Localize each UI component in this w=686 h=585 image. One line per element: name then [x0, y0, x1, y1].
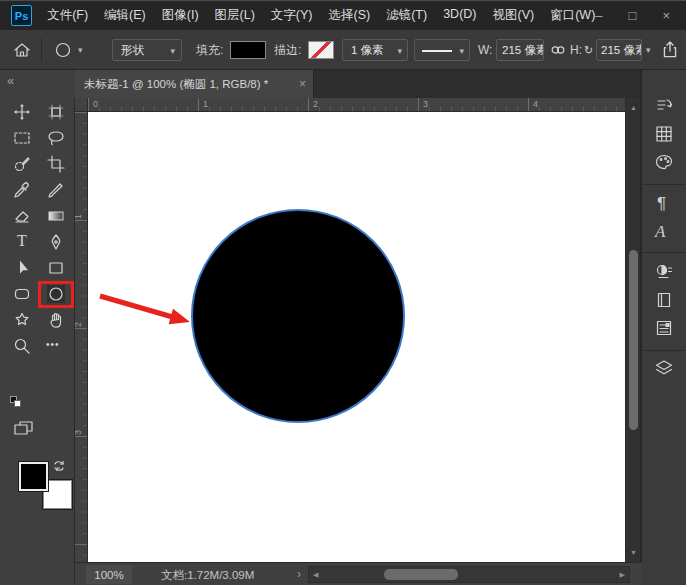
ruler-label: 3: [74, 430, 83, 435]
solid-line-icon: [422, 50, 452, 52]
pen-tool-button[interactable]: [47, 233, 65, 251]
stroke-no-color-swatch[interactable]: [308, 41, 334, 59]
tool-preset-dropdown-icon[interactable]: ▾: [78, 46, 83, 55]
edit-toolbar-icon[interactable]: •••: [46, 339, 60, 350]
history-panel-button[interactable]: [654, 96, 674, 116]
foreground-color-swatch[interactable]: [19, 462, 48, 491]
menu-type[interactable]: 文字(Y): [271, 7, 313, 24]
fill-color-swatch[interactable]: [230, 41, 266, 59]
libraries-panel-button[interactable]: [654, 290, 674, 310]
horizontal-scrollbar[interactable]: ◀ ▶: [308, 566, 630, 583]
menu-items: 文件(F) 编辑(E) 图像(I) 图层(L) 文字(Y) 选择(S) 滤镜(T…: [47, 7, 595, 24]
scroll-left-icon[interactable]: ◀: [313, 571, 318, 578]
share-icon[interactable]: [660, 40, 680, 60]
document-tab[interactable]: 未标题-1 @ 100% (椭圆 1, RGB/8) * ×: [75, 70, 314, 98]
pen-icon: [47, 233, 65, 251]
vertical-scrollbar[interactable]: ▲ ▼: [625, 98, 640, 562]
artboard-tool-button[interactable]: [47, 103, 65, 121]
document-canvas[interactable]: [88, 112, 625, 562]
lasso-tool-button[interactable]: [47, 129, 65, 147]
eyedropper-tool-button[interactable]: [13, 181, 31, 199]
tool-mode-dropdown[interactable]: 形状 ▾: [112, 39, 182, 61]
tab-bar: « 未标题-1 @ 100% (椭圆 1, RGB/8) * × «: [0, 70, 686, 98]
stroke-style-dropdown[interactable]: ▾: [414, 39, 470, 61]
scroll-up-icon[interactable]: ▲: [630, 104, 637, 111]
right-panel-dock: ¶ A: [642, 70, 686, 585]
crop-icon: [47, 155, 65, 173]
properties-panel-button[interactable]: [654, 318, 674, 338]
menu-select[interactable]: 选择(S): [329, 7, 371, 24]
stroke-width-dropdown[interactable]: 1 像素 ▾: [342, 39, 408, 61]
adjustments-panel-button[interactable]: [654, 262, 674, 282]
lasso-icon: [47, 129, 65, 147]
gradient-icon: [47, 207, 65, 225]
move-tool-button[interactable]: [13, 103, 31, 121]
ruler-label: 2: [74, 322, 83, 327]
paragraph-panel-button[interactable]: ¶: [657, 194, 666, 214]
gradient-tool-button[interactable]: [47, 207, 65, 225]
crop-tool-button[interactable]: [47, 155, 65, 173]
zoom-level-field[interactable]: 100%: [86, 565, 132, 584]
width-value: 215 像素: [502, 43, 544, 58]
menu-file[interactable]: 文件(F): [47, 7, 88, 24]
swap-colors-icon[interactable]: [52, 458, 68, 474]
chevron-down-icon: ▾: [170, 47, 175, 56]
width-input[interactable]: 215 像素: [496, 39, 544, 61]
rectangle-icon: [47, 259, 65, 277]
height-label: H:: [570, 43, 582, 57]
libraries-icon: [654, 290, 674, 310]
ruler-label: 0: [93, 100, 98, 109]
rectangular-marquee-tool-button[interactable]: [13, 129, 31, 147]
type-tool-button[interactable]: T: [17, 232, 27, 250]
menu-layer[interactable]: 图层(L): [215, 7, 255, 24]
color-panel-button[interactable]: [654, 152, 674, 172]
default-colors-icon[interactable]: [10, 396, 22, 408]
rectangle-tool-button[interactable]: [47, 259, 65, 277]
link-dimensions-icon[interactable]: [549, 41, 567, 59]
swatches-panel-button[interactable]: [654, 124, 674, 144]
custom-shape-tool-button[interactable]: [13, 311, 31, 329]
tools-panel: T: [0, 98, 75, 585]
zoom-tool-button[interactable]: [13, 337, 31, 355]
minimize-button[interactable]: –: [595, 9, 602, 22]
chevron-down-icon[interactable]: ▾: [646, 46, 651, 55]
document-tab-title: 未标题-1 @ 100% (椭圆 1, RGB/8) *: [84, 78, 268, 90]
height-input[interactable]: 215 像素: [596, 39, 642, 61]
artboard-icon: [47, 103, 65, 121]
maximize-button[interactable]: □: [629, 9, 637, 22]
menu-image[interactable]: 图像(I): [162, 7, 199, 24]
menu-edit[interactable]: 编辑(E): [104, 7, 146, 24]
hand-tool-button[interactable]: [47, 311, 65, 329]
scroll-right-icon[interactable]: ▶: [620, 571, 625, 578]
document-tab-strip: 未标题-1 @ 100% (椭圆 1, RGB/8) * ×: [75, 70, 642, 98]
status-expand-icon[interactable]: ›: [297, 567, 301, 581]
collapse-tools-icon[interactable]: «: [7, 74, 14, 87]
selection-arrow-icon: [13, 259, 31, 277]
menu-filter[interactable]: 滤镜(T): [386, 7, 427, 24]
quick-selection-tool-button[interactable]: [13, 155, 31, 173]
tool-options-bar: ▾ 形状 ▾ 填充: 描边: 1 像素 ▾ ▾ W: 215 像素 H: ↻ 2…: [0, 30, 686, 70]
menu-view[interactable]: 视图(V): [493, 7, 535, 24]
horizontal-scrollbar-thumb[interactable]: [384, 569, 458, 580]
hand-icon: [47, 311, 65, 329]
ellipse-tool-preview-icon[interactable]: [54, 41, 72, 59]
vertical-scrollbar-thumb[interactable]: [629, 250, 638, 430]
home-icon[interactable]: [13, 41, 31, 59]
black-ellipse-shape[interactable]: [191, 209, 405, 423]
glyphs-panel-button[interactable]: A: [655, 222, 665, 242]
tab-close-icon[interactable]: ×: [299, 70, 306, 98]
screen-mode-icon[interactable]: [12, 418, 36, 440]
path-selection-tool-button[interactable]: [13, 259, 31, 277]
rounded-rectangle-icon: [13, 285, 31, 303]
menu-3d[interactable]: 3D(D): [443, 7, 476, 24]
magnifier-icon: [13, 337, 31, 355]
close-button[interactable]: ×: [662, 9, 670, 22]
eraser-tool-button[interactable]: [13, 207, 31, 225]
menu-window[interactable]: 窗口(W): [550, 7, 595, 24]
scroll-down-icon[interactable]: ▼: [630, 549, 637, 556]
fill-label: 填充:: [196, 43, 223, 57]
spot-healing-brush-tool-button[interactable]: [47, 181, 65, 199]
stroke-label: 描边:: [274, 43, 301, 57]
layers-panel-button[interactable]: [654, 358, 674, 378]
rounded-rectangle-tool-button[interactable]: [13, 285, 31, 303]
